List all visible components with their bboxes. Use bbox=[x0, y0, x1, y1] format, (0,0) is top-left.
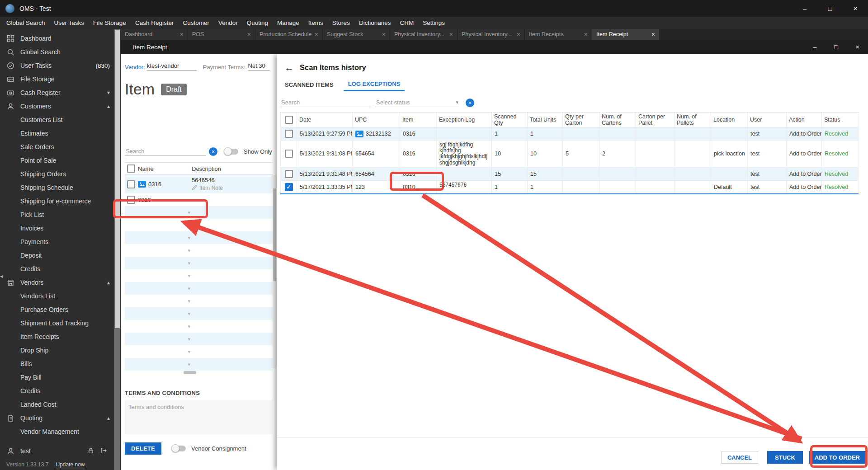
empty-item-row[interactable]: ▾ bbox=[125, 282, 273, 295]
sidebar-collapse-icon[interactable]: ◂ bbox=[0, 273, 3, 279]
sidebar-item-global-search[interactable]: Global Search bbox=[0, 45, 121, 59]
item-row-0310[interactable]: 0310 bbox=[125, 193, 273, 206]
sidebar-item-pay-bill[interactable]: Pay Bill bbox=[0, 371, 121, 384]
dropdown-icon[interactable]: ▾ bbox=[188, 235, 190, 241]
dropdown-icon[interactable]: ▾ bbox=[188, 324, 190, 329]
sidebar-item-vendors-list[interactable]: Vendors List bbox=[0, 289, 121, 303]
sidebar-item-payments[interactable]: Payments bbox=[0, 235, 121, 249]
delete-button[interactable]: DELETE bbox=[125, 442, 161, 455]
dropdown-icon[interactable]: ▾ bbox=[188, 222, 190, 228]
sidebar-item-deposit[interactable]: Deposit bbox=[0, 249, 121, 262]
empty-item-row[interactable]: ▾ bbox=[125, 307, 273, 320]
select-all-checkbox[interactable] bbox=[285, 116, 293, 124]
vertical-scrollbar[interactable] bbox=[273, 175, 277, 368]
menu-settings[interactable]: Settings bbox=[418, 17, 449, 29]
empty-item-row[interactable]: ▾ bbox=[125, 219, 273, 231]
row-checkbox-checked[interactable]: ✓ bbox=[285, 183, 293, 191]
sidebar-item-estimates[interactable]: Estimates bbox=[0, 127, 121, 140]
menu-customer[interactable]: Customer bbox=[178, 17, 214, 29]
sidebar-item-customers-list[interactable]: Customers List bbox=[0, 113, 121, 127]
dropdown-icon[interactable]: ▾ bbox=[188, 349, 190, 355]
menu-dictionaries[interactable]: Dictionaries bbox=[354, 17, 396, 29]
row-checkbox[interactable] bbox=[285, 130, 293, 138]
sidebar-item-file-storage[interactable]: File Storage bbox=[0, 72, 121, 86]
sidebar-item-pick-list[interactable]: Pick List bbox=[0, 208, 121, 221]
row-checkbox[interactable] bbox=[285, 170, 293, 178]
sidebar-item-shipping-ecommerce[interactable]: Shipping for e-commerce bbox=[0, 194, 121, 208]
close-icon[interactable]: × bbox=[517, 31, 520, 38]
item-row-0316[interactable]: 0316 5646546 Item Note bbox=[125, 175, 273, 193]
sidebar-item-cash-register[interactable]: Cash Register ▾ bbox=[0, 86, 121, 99]
sidebar-item-customers[interactable]: Customers ▴ bbox=[0, 99, 121, 113]
sidebar-item-credits[interactable]: Credits bbox=[0, 262, 121, 276]
exception-row-3[interactable]: 5/13/2021 9:31:48 PM 654564 0316 15 15 t… bbox=[280, 168, 859, 181]
close-icon[interactable]: × bbox=[315, 31, 318, 38]
sidebar-item-shipping-orders[interactable]: Shipping Orders bbox=[0, 167, 121, 181]
dropdown-icon[interactable]: ▾ bbox=[188, 298, 190, 304]
dropdown-icon[interactable]: ▾ bbox=[188, 260, 190, 266]
update-now-link[interactable]: Update now bbox=[56, 461, 85, 468]
payment-terms-value[interactable]: Net 30 bbox=[248, 62, 270, 70]
menu-file-storage[interactable]: File Storage bbox=[89, 17, 131, 29]
menu-global-search[interactable]: Global Search bbox=[2, 17, 50, 29]
add-to-order-button[interactable]: ADD TO ORDER bbox=[809, 451, 865, 464]
menu-stores[interactable]: Stores bbox=[328, 17, 354, 29]
tab-pos[interactable]: POS× bbox=[188, 29, 255, 40]
vendor-input[interactable] bbox=[147, 62, 197, 70]
tab-dashboard[interactable]: Dashboard× bbox=[121, 29, 188, 40]
sidebar-scrollbar[interactable] bbox=[114, 29, 120, 470]
sidebar-item-item-receipts[interactable]: Item Receipts bbox=[0, 330, 121, 343]
show-only-toggle[interactable] bbox=[225, 149, 238, 155]
lock-icon[interactable] bbox=[87, 447, 94, 456]
sidebar-item-vendor-management[interactable]: Vendor Management bbox=[0, 425, 121, 438]
close-icon[interactable]: × bbox=[449, 31, 453, 38]
sidebar-item-purchase-orders[interactable]: Purchase Orders bbox=[0, 303, 121, 316]
sidebar-item-point-of-sale[interactable]: Point of Sale bbox=[0, 154, 121, 167]
tab-item-receipts[interactable]: Item Receipts× bbox=[525, 29, 592, 40]
window-restore-button[interactable]: □ bbox=[826, 40, 847, 54]
maximize-button[interactable]: □ bbox=[817, 0, 843, 17]
exception-row-2[interactable]: 5/13/2021 9:31:08 PM 654654 0316 sgj fdg… bbox=[280, 141, 859, 168]
sidebar-item-vendor-credits[interactable]: Credits bbox=[0, 384, 121, 398]
logout-icon[interactable] bbox=[100, 447, 107, 456]
exception-row-1[interactable]: 5/13/2021 9:27:59 PM 32132132 0316 1 1 t… bbox=[280, 127, 859, 141]
item-search-input[interactable] bbox=[125, 147, 206, 156]
menu-items[interactable]: Items bbox=[304, 17, 328, 29]
terms-textarea[interactable] bbox=[125, 400, 273, 434]
empty-item-row[interactable]: ▾ bbox=[125, 257, 273, 269]
dropdown-icon[interactable]: ▾ bbox=[188, 248, 190, 254]
dropdown-icon[interactable]: ▾ bbox=[188, 336, 190, 342]
status-select[interactable]: Select status ▾ bbox=[375, 98, 459, 107]
sidebar-item-landed-cost[interactable]: Landed Cost bbox=[0, 398, 121, 411]
dropdown-icon[interactable]: ▾ bbox=[188, 362, 190, 367]
tab-suggest-stock[interactable]: Suggest Stock× bbox=[323, 29, 390, 40]
sidebar-item-shipment-load-tracking[interactable]: Shipment Load Tracking bbox=[0, 316, 121, 330]
empty-item-row[interactable]: ▾ bbox=[125, 231, 273, 244]
empty-item-row[interactable]: ▾ bbox=[125, 244, 273, 257]
minimize-button[interactable]: – bbox=[792, 0, 817, 17]
tab-physical-inventory-2[interactable]: Physical Inventory...× bbox=[458, 29, 525, 40]
chevron-up-icon[interactable]: ▴ bbox=[107, 279, 110, 286]
horizontal-scrollbar[interactable] bbox=[125, 371, 273, 375]
menu-crm[interactable]: CRM bbox=[395, 17, 418, 29]
stuck-button[interactable]: STUCK bbox=[767, 451, 803, 464]
clear-search-icon[interactable]: × bbox=[209, 147, 217, 156]
sidebar-scrollbar-thumb[interactable] bbox=[115, 30, 120, 328]
tab-scanned-items[interactable]: SCANNED ITEMS bbox=[280, 78, 338, 91]
clear-filter-icon[interactable]: × bbox=[466, 99, 474, 107]
exception-row-4-selected[interactable]: ✓ 5/17/2021 1:33:35 PM 123 0310 56745767… bbox=[280, 181, 859, 194]
sidebar-item-user-tasks[interactable]: User Tasks (830) bbox=[0, 59, 121, 72]
sidebar-item-invoices[interactable]: Invoices bbox=[0, 221, 121, 235]
empty-item-row[interactable]: ▾ bbox=[125, 206, 273, 219]
select-all-checkbox[interactable] bbox=[127, 164, 135, 173]
dropdown-icon[interactable]: ▾ bbox=[188, 311, 190, 317]
tab-item-receipt[interactable]: Item Receipt× bbox=[592, 29, 660, 40]
empty-item-row[interactable]: ▾ bbox=[125, 358, 273, 371]
menu-quoting[interactable]: Quoting bbox=[242, 17, 273, 29]
sidebar-item-vendors[interactable]: Vendors ▴ bbox=[0, 276, 121, 289]
menu-manage[interactable]: Manage bbox=[273, 17, 304, 29]
empty-item-row[interactable]: ▾ bbox=[125, 333, 273, 345]
row-checkbox[interactable] bbox=[127, 196, 135, 204]
sidebar-item-quoting[interactable]: Quoting ▴ bbox=[0, 411, 121, 425]
sidebar-item-shipping-schedule[interactable]: Shipping Schedule bbox=[0, 181, 121, 194]
